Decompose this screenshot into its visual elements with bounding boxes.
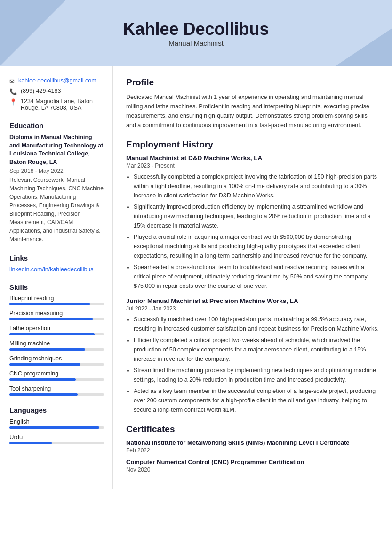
job-bullet: Acted as a key team member in the succes… — [134, 386, 379, 415]
language-item: English — [9, 418, 104, 429]
job-bullets: Successfully completed a complex project… — [134, 172, 379, 291]
employment-list: Manual Machinist at D&D Machine Works, L… — [126, 155, 379, 415]
location-icon: 📍 — [9, 98, 17, 106]
skill-bar-fill — [9, 378, 76, 381]
skills-list: Blueprint reading Precision measuring La… — [9, 295, 104, 396]
skill-bar-bg — [9, 393, 104, 396]
header-triangle-right — [336, 28, 392, 66]
job-bullet: Spearheaded a cross-functional team to t… — [134, 262, 379, 291]
skill-bar-bg — [9, 378, 104, 381]
skill-label: Grinding techniques — [9, 355, 104, 362]
skill-item: Grinding techniques — [9, 355, 104, 366]
phone-icon: 📞 — [9, 88, 17, 95]
links-section: Links linkedin.com/in/kahleedecollibus — [9, 254, 104, 273]
phone-item: 📞 (899) 429-4183 — [9, 88, 104, 95]
skill-bar-fill — [9, 348, 85, 351]
skill-bar-bg — [9, 348, 104, 351]
skill-bar-fill — [9, 318, 93, 320]
language-bar-fill — [9, 426, 99, 429]
skill-item: CNC programming — [9, 370, 104, 381]
job-date: Jul 2022 - Jan 2023 — [126, 305, 379, 312]
skill-bar-fill — [9, 333, 95, 335]
job-title: Junior Manual Machinist at Precision Mac… — [126, 297, 379, 304]
skill-bar-bg — [9, 318, 104, 320]
cert-date: Nov 2020 — [126, 466, 379, 473]
certificates-list: National Institute for Metalworking Skil… — [126, 439, 379, 473]
job-bullet: Significantly improved production effici… — [134, 202, 379, 230]
main-content: ✉ kahlee.decollibus@gmail.com 📞 (899) 42… — [0, 66, 392, 489]
language-bar-bg — [9, 426, 104, 429]
cert-entry: National Institute for Metalworking Skil… — [126, 439, 379, 454]
cert-entry: Computer Numerical Control (CNC) Program… — [126, 458, 379, 473]
education-section: Education Diploma in Manual Machining an… — [9, 122, 104, 244]
skill-item: Blueprint reading — [9, 295, 104, 305]
skill-label: CNC programming — [9, 370, 104, 377]
cert-title: Computer Numerical Control (CNC) Program… — [126, 458, 379, 465]
skill-item: Lathe operation — [9, 325, 104, 335]
skill-bar-bg — [9, 333, 104, 335]
skill-item: Precision measuring — [9, 310, 104, 320]
skill-label: Milling machine — [9, 340, 104, 347]
links-heading: Links — [9, 254, 104, 262]
address-item: 📍 1234 Magnolia Lane, Baton Rouge, LA 70… — [9, 98, 104, 111]
language-label: English — [9, 418, 104, 425]
job-date: Mar 2023 - Present — [126, 163, 379, 169]
job-title: Manual Machinist at D&D Machine Works, L… — [126, 155, 379, 162]
certificates-heading: Certificates — [126, 424, 379, 434]
skill-bar-fill — [9, 303, 90, 305]
cert-title: National Institute for Metalworking Skil… — [126, 439, 379, 446]
skills-section: Skills Blueprint reading Precision measu… — [9, 283, 104, 396]
language-label: Urdu — [9, 433, 104, 441]
languages-section: Languages English Urdu — [9, 406, 104, 444]
language-bar-fill — [9, 442, 52, 444]
contact-section: ✉ kahlee.decollibus@gmail.com 📞 (899) 42… — [9, 77, 104, 111]
job-bullet: Streamlined the machining process by imp… — [134, 366, 379, 384]
phone-text: (899) 429-4183 — [21, 88, 61, 94]
languages-list: English Urdu — [9, 418, 104, 444]
skill-item: Milling machine — [9, 340, 104, 351]
email-item: ✉ kahlee.decollibus@gmail.com — [9, 77, 104, 85]
header: Kahlee Decollibus Manual Machinist — [0, 0, 392, 66]
education-heading: Education — [9, 122, 104, 130]
skill-label: Lathe operation — [9, 325, 104, 332]
sidebar: ✉ kahlee.decollibus@gmail.com 📞 (899) 42… — [0, 66, 113, 489]
skill-bar-fill — [9, 363, 80, 366]
linkedin-link[interactable]: linkedin.com/in/kahleedecollibus — [9, 266, 94, 273]
job-bullet: Successfully completed a complex project… — [134, 172, 379, 200]
job-bullet: Efficiently completed a critical project… — [134, 335, 379, 364]
header-subtitle: Manual Machinist — [168, 39, 224, 47]
language-item: Urdu — [9, 433, 104, 444]
edu-date: Sep 2018 - May 2022 — [9, 168, 104, 174]
languages-heading: Languages — [9, 406, 104, 414]
right-content: Profile Dedicated Manual Machinist with … — [113, 66, 392, 489]
linkedin-item: linkedin.com/in/kahleedecollibus — [9, 266, 104, 273]
skill-item: Tool sharpening — [9, 385, 104, 396]
edu-title: Diploma in Manual Machining and Manufact… — [9, 133, 104, 166]
email-icon: ✉ — [9, 78, 15, 85]
job-bullets: Successfully machined over 100 high-prec… — [134, 315, 379, 415]
email-link[interactable]: kahlee.decollibus@gmail.com — [18, 77, 96, 84]
employment-heading: Employment History — [126, 139, 379, 150]
edu-coursework: Relevant Coursework: Manual Machining Te… — [9, 176, 104, 244]
header-triangle-left — [0, 0, 66, 66]
skill-label: Precision measuring — [9, 310, 104, 317]
job-entry: Junior Manual Machinist at Precision Mac… — [126, 297, 379, 415]
skill-bar-bg — [9, 363, 104, 366]
language-bar-bg — [9, 442, 104, 444]
skills-heading: Skills — [9, 283, 104, 291]
header-name: Kahlee Decollibus — [123, 19, 269, 39]
address-text: 1234 Magnolia Lane, Baton Rouge, LA 7080… — [21, 98, 104, 111]
skill-bar-fill — [9, 393, 78, 396]
job-bullet: Successfully machined over 100 high-prec… — [134, 315, 379, 334]
job-entry: Manual Machinist at D&D Machine Works, L… — [126, 155, 379, 291]
profile-text: Dedicated Manual Machinist with 1 year o… — [126, 92, 379, 130]
job-bullet: Played a crucial role in acquiring a maj… — [134, 232, 379, 261]
cert-date: Feb 2022 — [126, 447, 379, 454]
profile-heading: Profile — [126, 77, 379, 88]
skill-label: Blueprint reading — [9, 295, 104, 302]
skill-bar-bg — [9, 303, 104, 305]
skill-label: Tool sharpening — [9, 385, 104, 392]
